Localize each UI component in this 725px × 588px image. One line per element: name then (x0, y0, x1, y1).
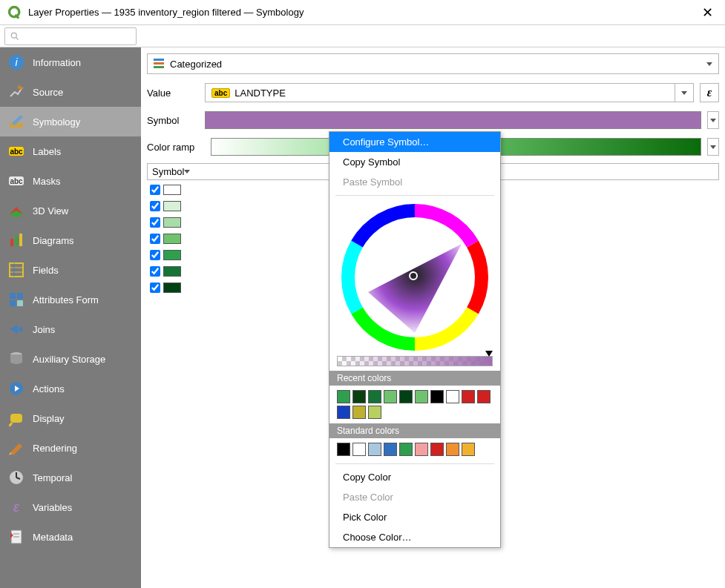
sidebar-item-diagrams[interactable]: Diagrams (0, 225, 141, 255)
sidebar-icon (7, 439, 25, 457)
sidebar-item-display[interactable]: Display (0, 403, 141, 433)
row-checkbox[interactable] (150, 250, 160, 260)
sidebar-item-labels[interactable]: abcLabels (0, 136, 141, 166)
symbol-dropdown-popup: Configure Symbol… Copy Symbol Paste Symb… (329, 131, 501, 548)
color-swatch[interactable] (337, 406, 350, 419)
renderer-type-label: Categorized (170, 59, 222, 70)
value-field-name: LANDTYPE (234, 87, 286, 99)
row-checkbox[interactable] (150, 217, 160, 228)
sidebar-item-label: Symbology (33, 116, 80, 128)
row-color-swatch[interactable] (163, 283, 181, 293)
row-checkbox[interactable] (150, 201, 160, 211)
symbol-swatch[interactable] (205, 111, 701, 129)
color-swatch[interactable] (352, 443, 366, 456)
color-swatch[interactable] (446, 390, 459, 403)
sidebar-item-label: Metadata (33, 532, 73, 543)
sidebar-item-information[interactable]: iInformation (0, 47, 141, 77)
sidebar-item-symbology[interactable]: Symbology (0, 107, 141, 136)
search-input[interactable] (4, 27, 137, 45)
color-swatch[interactable] (446, 443, 459, 456)
sidebar-icon: abc (7, 142, 25, 160)
color-swatch[interactable] (337, 443, 350, 456)
chevron-down-icon (706, 62, 712, 66)
svg-rect-7 (10, 123, 23, 128)
sidebar-item-actions[interactable]: Actions (0, 374, 141, 403)
row-color-swatch[interactable] (163, 185, 181, 195)
sidebar-item-metadata[interactable]: Metadata (0, 522, 141, 552)
color-swatch[interactable] (384, 390, 397, 403)
color-swatch[interactable] (399, 390, 413, 403)
row-checkbox[interactable] (150, 234, 160, 244)
svg-rect-27 (10, 414, 22, 423)
menu-choose-color[interactable]: Choose Color… (329, 527, 500, 547)
sidebar-item-joins[interactable]: Joins (0, 314, 141, 344)
color-swatch[interactable] (415, 390, 428, 403)
sidebar-item-label: Actions (33, 383, 65, 394)
color-swatch[interactable] (399, 443, 413, 456)
color-swatch[interactable] (384, 443, 397, 456)
sidebar-item-source[interactable]: Source (0, 77, 141, 107)
color-swatch[interactable] (368, 390, 381, 403)
color-swatch[interactable] (352, 390, 366, 403)
sidebar-icon (7, 409, 25, 427)
svg-text:abc: abc (10, 148, 23, 156)
row-checkbox[interactable] (150, 266, 160, 277)
row-color-swatch[interactable] (163, 250, 181, 260)
row-color-swatch[interactable] (163, 234, 181, 244)
svg-point-2 (11, 33, 16, 38)
row-checkbox[interactable] (150, 283, 160, 293)
sort-indicator-icon (184, 170, 190, 174)
sidebar-icon (7, 528, 25, 546)
color-wheel[interactable] (329, 199, 500, 353)
menu-pick-color[interactable]: Pick Color (329, 507, 500, 527)
sidebar-icon (7, 231, 25, 249)
color-swatch[interactable] (368, 443, 381, 456)
color-ramp-dropdown-button[interactable] (707, 138, 719, 156)
chevron-down-icon (710, 119, 716, 122)
sidebar-item-fields[interactable]: Fields (0, 255, 141, 285)
menu-copy-symbol[interactable]: Copy Symbol (329, 152, 500, 172)
row-color-swatch[interactable] (163, 201, 181, 211)
sidebar-item-attributes-form[interactable]: Attributes Form (0, 285, 141, 314)
color-swatch[interactable] (368, 406, 381, 419)
symbol-dropdown-button[interactable] (707, 111, 719, 129)
color-swatch[interactable] (352, 406, 366, 419)
color-ramp-label: Color ramp (147, 142, 205, 153)
menu-copy-color[interactable]: Copy Color (329, 467, 500, 487)
svg-text:ε: ε (13, 500, 20, 515)
sidebar-item-label: Temporal (33, 472, 72, 483)
sidebar-item-variables[interactable]: εVariables (0, 492, 141, 522)
close-button[interactable]: ✕ (698, 4, 718, 21)
sidebar: iInformationSourceSymbologyabcLabelsabcM… (0, 47, 141, 588)
svg-rect-21 (10, 300, 16, 306)
renderer-type-combo[interactable]: Categorized (147, 53, 719, 74)
color-swatch[interactable] (430, 443, 444, 456)
color-swatch[interactable] (337, 390, 350, 403)
svg-rect-12 (10, 239, 13, 246)
sidebar-item-label: Fields (33, 265, 59, 276)
color-swatch[interactable] (462, 443, 475, 456)
menu-configure-symbol[interactable]: Configure Symbol… (329, 132, 500, 152)
sidebar-item-masks[interactable]: abcMasks (0, 166, 141, 196)
sidebar-icon (7, 83, 25, 101)
sidebar-item-3d-view[interactable]: 3D View (0, 196, 141, 225)
value-label: Value (147, 87, 199, 99)
color-swatch[interactable] (477, 390, 491, 403)
color-swatch[interactable] (415, 443, 428, 456)
color-swatch[interactable] (430, 390, 444, 403)
row-color-swatch[interactable] (163, 217, 181, 228)
recent-colors-grid (329, 386, 500, 423)
standard-colors-grid (329, 438, 500, 460)
row-checkbox[interactable] (150, 185, 160, 195)
column-header-symbol[interactable]: Symbol (148, 164, 192, 179)
sidebar-item-auxiliary-storage[interactable]: Auxiliary Storage (0, 344, 141, 374)
sidebar-item-rendering[interactable]: Rendering (0, 433, 141, 463)
row-color-swatch[interactable] (163, 266, 181, 277)
expression-button[interactable]: ε (700, 83, 719, 102)
sidebar-item-temporal[interactable]: Temporal (0, 463, 141, 492)
color-swatch[interactable] (462, 390, 475, 403)
value-field-combo[interactable]: abc LANDTYPE (205, 83, 694, 102)
titlebar: Layer Properties — 1935 inventory_region… (0, 0, 725, 25)
alpha-slider[interactable] (337, 356, 493, 366)
chevron-down-icon (675, 84, 687, 102)
